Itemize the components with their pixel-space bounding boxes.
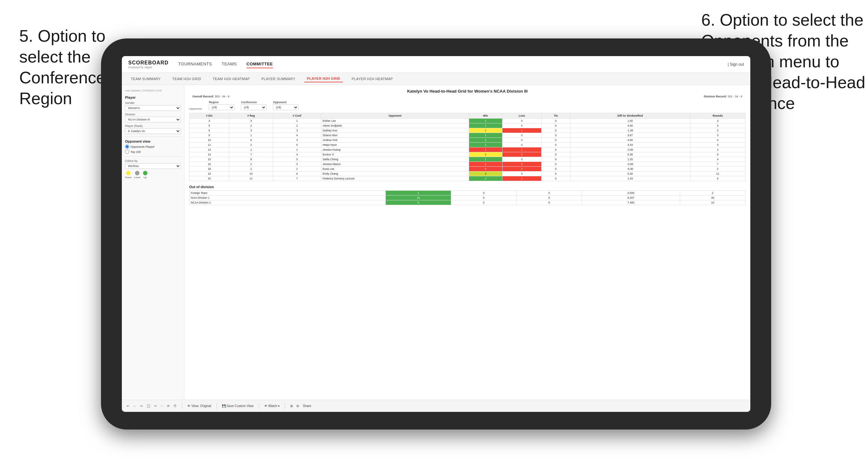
nav-tournaments[interactable]: TOURNAMENTS xyxy=(178,60,212,68)
toolbar-save-custom[interactable]: 💾 Save Custom View xyxy=(222,404,254,408)
colour-dot-down xyxy=(126,171,130,175)
cell-diff: 1.33 xyxy=(570,176,690,181)
division-select[interactable]: NCAA Division III NCAA Division I NCAA D… xyxy=(125,117,181,122)
radio-top100[interactable]: Top 100 xyxy=(125,150,181,154)
toolbar-refresh[interactable]: ⟳ xyxy=(167,404,169,408)
records-row: Overall Record: 353 - 34 - 6 Division Re… xyxy=(189,95,745,98)
cell-div: 3 xyxy=(189,119,229,123)
cell-reg: 8 xyxy=(229,157,273,162)
cell-diff: 4.00 xyxy=(570,138,690,143)
cell-conf: 4 xyxy=(273,133,321,138)
cell-tie: 0 xyxy=(541,148,570,152)
cell-tie: 0 xyxy=(541,172,570,176)
ood-cell-loss: 0 xyxy=(451,195,517,200)
cell-name: Esther Lee xyxy=(321,119,469,123)
toolbar-undo[interactable]: ↩ xyxy=(127,404,129,408)
cell-reg: 1 xyxy=(229,133,273,138)
toolbar-redo[interactable]: ↪ xyxy=(140,404,143,408)
cell-reg: 2 xyxy=(229,162,273,167)
cell-div: 14 xyxy=(189,152,229,157)
sub-nav-team-h2h-heatmap[interactable]: TEAM H2H HEATMAP xyxy=(210,75,252,82)
cell-div: 19 xyxy=(189,172,229,176)
table-row: 5 2 2 Alexis Sudjianto 1 0 0 4.00 3 xyxy=(189,123,745,128)
table-row: 15 8 5 Stella Cheng 1 0 0 1.25 4 xyxy=(189,157,745,162)
col-opponent: Opponent xyxy=(321,113,469,119)
cell-rounds: 7 xyxy=(690,162,745,167)
cell-win: 1 xyxy=(469,123,502,128)
cell-tie: 0 xyxy=(541,138,570,143)
sub-nav-team-summary[interactable]: TEAM SUMMARY xyxy=(128,75,163,82)
data-table: # Div # Reg # Conf Opponent Win Loss Tie… xyxy=(189,113,745,181)
region-select[interactable]: (All) xyxy=(209,104,235,110)
sidebar: Last Updated: 27/03/2024 14:34 Player Ge… xyxy=(122,85,184,400)
cell-tie: 0 xyxy=(541,143,570,148)
toolbar-copy[interactable]: 📋 xyxy=(147,404,150,408)
radio-opponents-played[interactable]: Opponents Played xyxy=(125,145,181,149)
conference-label: Conference xyxy=(241,101,267,104)
cell-div: 10 xyxy=(189,138,229,143)
ood-cell-win: 15 xyxy=(386,195,451,200)
colour-by-select[interactable]: Win/loss xyxy=(125,163,181,169)
toolbar-grid[interactable]: ⊞ xyxy=(290,404,293,408)
gender-select[interactable]: Women's Men's xyxy=(125,105,181,111)
sub-nav-player-summary[interactable]: PLAYER SUMMARY xyxy=(259,75,298,82)
tablet-screen: SCOREBOARD Powered by clippd TOURNAMENTS… xyxy=(122,56,750,412)
nav-committee[interactable]: COMMITTEE xyxy=(247,60,273,68)
opponent-select[interactable]: (All) xyxy=(273,104,299,110)
nav-teams[interactable]: TEAMS xyxy=(222,60,237,68)
toolbar-cut[interactable]: ✂ xyxy=(154,404,157,408)
cell-rounds: 3 xyxy=(690,123,745,128)
cell-name: Heejo Hyun xyxy=(321,143,469,148)
cell-div: 18 xyxy=(189,167,229,172)
cell-diff: -3.00 xyxy=(570,148,690,152)
sub-nav-team-h2h-grid[interactable]: TEAM H2H GRID xyxy=(169,75,204,82)
toolbar-watch[interactable]: 👁 Watch ▾ xyxy=(264,404,280,408)
table-row: 11 2 5 Heejo Hyun 1 0 0 3.33 3 xyxy=(189,143,745,148)
cell-win: 2 xyxy=(469,152,502,157)
ood-table-row: Foreign Team 1 0 0 4.500 2 xyxy=(189,191,745,195)
colour-legend: Down Level Up xyxy=(125,171,181,179)
cell-rounds: 3 xyxy=(690,143,745,148)
toolbar-view-original[interactable]: 👁 View: Original xyxy=(187,404,211,408)
ood-cell-win: 1 xyxy=(386,191,451,195)
colour-dot-up xyxy=(143,171,148,175)
cell-div: 15 xyxy=(189,157,229,162)
toolbar-share[interactable]: Share xyxy=(303,404,311,408)
toolbar-back[interactable]: ← xyxy=(133,404,136,408)
cell-loss: 0 xyxy=(502,143,541,148)
opponent-view-group: Opponents Played Top 100 xyxy=(125,145,181,154)
nav-sign-out[interactable]: | Sign out xyxy=(728,62,744,67)
cell-tie: 0 xyxy=(541,128,570,133)
sub-nav-player-h2h-grid[interactable]: PLAYER H2H GRID xyxy=(304,75,343,82)
conference-select[interactable]: (All) xyxy=(241,104,267,110)
cell-name: Eunice Yi xyxy=(321,152,469,157)
cell-diff: -1.00 xyxy=(570,128,690,133)
gender-label: Gender xyxy=(125,101,181,104)
table-row: 14 7 4 Eunice Yi 2 2 0 0.38 9 xyxy=(189,152,745,157)
cell-name: Andrea York xyxy=(321,138,469,143)
content-area: Katelyn Vo Head-to-Head Grid for Women's… xyxy=(184,85,750,400)
toolbar-more[interactable]: ··· xyxy=(161,404,163,408)
overall-record: Overall Record: 353 - 34 - 6 xyxy=(192,95,229,98)
ood-cell-loss: 0 xyxy=(451,191,517,195)
cell-reg: 2 xyxy=(229,123,273,128)
toolbar-timer[interactable]: ⏱ xyxy=(174,404,177,408)
cell-conf: 1 xyxy=(273,119,321,123)
bottom-toolbar: ↩ ← ↪ 📋 ✂ ··· ⟳ ⏱ 👁 View: Original 💾 Sav… xyxy=(122,400,750,412)
sub-nav-player-h2h-heatmap[interactable]: PLAYER H2H HEATMAP xyxy=(349,75,395,82)
cell-win: 1 xyxy=(469,143,502,148)
cell-loss: 2 xyxy=(502,167,541,172)
cell-div: 6 xyxy=(189,128,229,133)
toolbar-sep3 xyxy=(259,403,259,409)
ood-cell-win: 5 xyxy=(386,200,451,205)
ood-table-row: NAIA Division 1 15 0 0 9.267 30 xyxy=(189,195,745,200)
region-label: Region xyxy=(209,101,235,104)
cell-tie: 0 xyxy=(541,152,570,157)
cell-conf: 5 xyxy=(273,157,321,162)
cell-div: 20 xyxy=(189,176,229,181)
cell-div: 13 xyxy=(189,148,229,152)
cell-loss: 0 xyxy=(502,138,541,143)
player-rank-select[interactable]: 8. Katelyn Vo xyxy=(125,128,181,134)
toolbar-copy2[interactable]: ⧉ xyxy=(297,404,299,408)
cell-diff: 4.00 xyxy=(570,123,690,128)
